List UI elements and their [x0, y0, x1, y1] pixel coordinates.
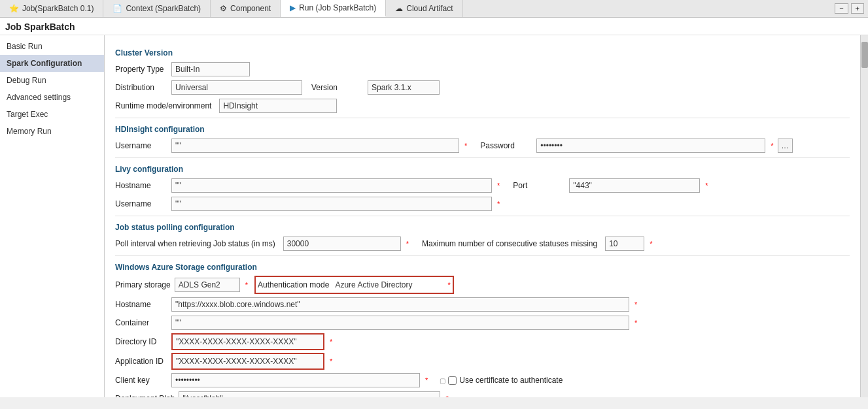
hdinsight-section: HDInsight configuration Username * Passw… — [115, 125, 850, 154]
distribution-label: Distribution — [115, 83, 167, 92]
client-key-input[interactable] — [171, 373, 420, 387]
polling-section: Job status polling configuration Poll in… — [115, 223, 850, 252]
application-id-label: Application ID — [115, 357, 167, 366]
livy-hostname-label: Hostname — [115, 181, 167, 190]
livy-title: Livy configuration — [115, 165, 850, 174]
azure-hostname-input[interactable] — [171, 297, 629, 312]
run-icon: ▶ — [290, 3, 296, 12]
azure-container-input[interactable] — [171, 316, 629, 330]
tab-job-label: Job(SparkBatch 0.1) — [22, 4, 94, 13]
auth-mode-input[interactable] — [332, 278, 446, 292]
poll-interval-label: Poll interval when retrieving Job status… — [115, 239, 275, 248]
tab-cloud[interactable]: ☁ Cloud Artifact — [386, 0, 462, 17]
hdinsight-password-label: Password — [480, 141, 532, 150]
main-layout: Basic Run Spark Configuration Debug Run … — [0, 35, 868, 397]
maximize-button[interactable]: + — [851, 3, 864, 14]
minimize-button[interactable]: − — [835, 3, 848, 14]
tab-run[interactable]: ▶ Run (Job SparkBatch) — [281, 0, 386, 17]
property-type-input[interactable] — [171, 62, 250, 76]
runtime-input[interactable] — [219, 99, 337, 113]
version-label: Version — [311, 83, 364, 92]
polling-row: Poll interval when retrieving Job status… — [115, 236, 850, 252]
application-id-row: Application ID * — [115, 353, 850, 370]
livy-section: Livy configuration Hostname * Port * Use… — [115, 165, 850, 212]
livy-username-input[interactable] — [171, 197, 492, 211]
sidebar-item-advanced-settings[interactable]: Advanced settings — [0, 89, 104, 106]
sidebar-item-memory-run[interactable]: Memory Run — [0, 123, 104, 140]
livy-hostname-input[interactable] — [171, 178, 492, 193]
sidebar-item-debug-run[interactable]: Debug Run — [0, 72, 104, 89]
doc-icon: 📄 — [113, 4, 122, 13]
gear-icon: ⚙ — [220, 4, 227, 13]
page-title-bar: Job SparkBatch — [0, 18, 868, 35]
cert-checkbox-row: ▢ Use certificate to authenticate — [440, 376, 563, 385]
hdinsight-username-input[interactable] — [171, 139, 459, 153]
page-title: Job SparkBatch — [5, 22, 75, 32]
primary-storage-input[interactable] — [175, 278, 240, 292]
cluster-version-title: Cluster Version — [115, 48, 850, 57]
azure-container-label: Container — [115, 318, 167, 327]
azure-storage-section: Windows Azure Storage configuration Prim… — [115, 263, 850, 397]
livy-port-label: Port — [513, 181, 565, 190]
tab-context-label: Context (SparkBatch) — [126, 4, 201, 13]
primary-storage-row: Primary storage * Authentication mode * — [115, 276, 850, 294]
max-statuses-label: Maximum number of consecutive statuses m… — [422, 239, 597, 248]
client-key-row: Client key * ▢ Use certificate to authen… — [115, 372, 850, 388]
max-statuses-input[interactable] — [605, 237, 644, 251]
directory-id-label: Directory ID — [115, 337, 167, 346]
livy-username-label: Username — [115, 199, 167, 208]
version-input[interactable] — [368, 80, 440, 95]
property-type-row: Property Type — [115, 61, 850, 77]
hdinsight-password-dots-button[interactable]: … — [778, 139, 793, 153]
directory-id-input[interactable] — [173, 335, 323, 349]
scrollbar-track[interactable] — [860, 35, 868, 397]
distribution-input[interactable] — [171, 80, 302, 95]
hdinsight-username-row: Username * Password * … — [115, 138, 850, 154]
scrollbar-thumb[interactable] — [861, 42, 868, 68]
directory-id-row: Directory ID * — [115, 333, 850, 350]
tab-component-label: Component — [230, 4, 271, 13]
tab-context[interactable]: 📄 Context (SparkBatch) — [103, 0, 211, 17]
livy-username-row: Username * — [115, 196, 850, 212]
runtime-label: Runtime mode/environment — [115, 101, 211, 110]
auth-mode-label: Authentication mode — [258, 280, 329, 289]
cluster-version-section: Cluster Version Property Type Distributi… — [115, 48, 850, 114]
client-key-label: Client key — [115, 376, 167, 385]
cert-checkbox-icon: ▢ — [440, 377, 445, 384]
runtime-row: Runtime mode/environment — [115, 98, 850, 114]
livy-port-input[interactable] — [569, 178, 700, 193]
content-area: Cluster Version Property Type Distributi… — [105, 35, 860, 397]
livy-hostname-row: Hostname * Port * — [115, 178, 850, 193]
primary-storage-label: Primary storage — [115, 280, 171, 289]
azure-hostname-label: Hostname — [115, 300, 167, 309]
azure-storage-title: Windows Azure Storage configuration — [115, 263, 850, 272]
tab-cloud-label: Cloud Artifact — [406, 4, 453, 13]
hdinsight-password-input[interactable] — [536, 139, 765, 153]
distribution-row: Distribution Version — [115, 80, 850, 95]
deployment-blob-label: Deployment Blob — [115, 394, 175, 397]
sidebar: Basic Run Spark Configuration Debug Run … — [0, 35, 105, 397]
hdinsight-title: HDInsight configuration — [115, 125, 850, 134]
cert-label: Use certificate to authenticate — [459, 376, 563, 385]
tab-run-label: Run (Job SparkBatch) — [299, 3, 376, 12]
application-id-input[interactable] — [173, 354, 323, 368]
tab-component[interactable]: ⚙ Component — [211, 0, 281, 17]
sidebar-item-target-exec[interactable]: Target Exec — [0, 106, 104, 123]
tab-job[interactable]: ⭐ Job(SparkBatch 0.1) — [0, 0, 103, 17]
cert-checkbox[interactable] — [448, 376, 457, 385]
property-type-label: Property Type — [115, 65, 167, 74]
cloud-icon: ☁ — [395, 4, 403, 13]
azure-container-row: Container * — [115, 315, 850, 331]
deployment-blob-input[interactable] — [179, 391, 440, 397]
star-icon: ⭐ — [9, 4, 19, 13]
polling-title: Job status polling configuration — [115, 223, 850, 232]
sidebar-item-basic-run[interactable]: Basic Run — [0, 38, 104, 55]
poll-interval-input[interactable] — [283, 237, 401, 251]
tab-bar: ⭐ Job(SparkBatch 0.1) 📄 Context (SparkBa… — [0, 0, 868, 18]
azure-hostname-row: Hostname * — [115, 297, 850, 312]
deployment-blob-row: Deployment Blob * — [115, 391, 850, 397]
sidebar-item-spark-config[interactable]: Spark Configuration — [0, 55, 104, 72]
hdinsight-username-label: Username — [115, 141, 167, 150]
